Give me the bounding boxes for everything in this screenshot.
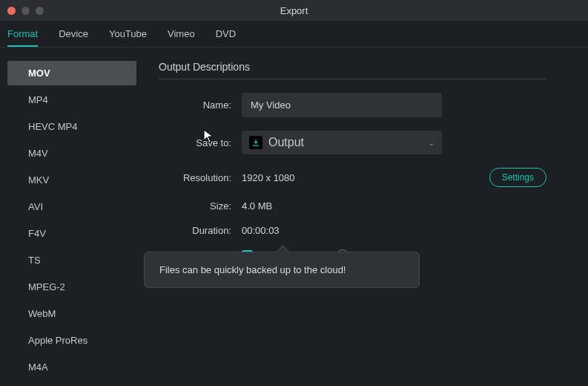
sidebar-item-mov[interactable]: MOV [7, 61, 136, 85]
format-sidebar: MOV MP4 HEVC MP4 M4V MKV AVI F4V TS MPEG… [0, 48, 144, 386]
export-tabs: Format Device YouTube Vimeo DVD [0, 21, 588, 48]
sidebar-item-mpeg2[interactable]: MPEG-2 [7, 275, 136, 299]
tab-device[interactable]: Device [59, 28, 88, 47]
tab-youtube[interactable]: YouTube [109, 28, 147, 47]
sidebar-item-webm[interactable]: WebM [7, 301, 136, 326]
label-duration: Duration: [159, 225, 242, 236]
duration-value: 00:00:03 [242, 225, 280, 236]
download-folder-icon [249, 136, 262, 149]
tab-dvd[interactable]: DVD [216, 28, 236, 47]
sidebar-item-mkv[interactable]: MKV [7, 168, 136, 192]
close-icon[interactable] [7, 7, 16, 15]
label-resolution: Resolution: [159, 172, 242, 183]
sidebar-item-prores[interactable]: Apple ProRes [7, 328, 136, 353]
minimize-icon[interactable] [22, 7, 30, 15]
label-size: Size: [159, 200, 242, 212]
sidebar-item-hevc[interactable]: HEVC MP4 [7, 114, 136, 139]
size-value: 4.0 MB [242, 200, 272, 212]
name-input[interactable] [242, 93, 442, 117]
saveto-select[interactable]: Output ⌄ [242, 131, 442, 154]
titlebar: Export [0, 0, 588, 21]
label-name: Name: [159, 99, 242, 111]
sidebar-item-m4v[interactable]: M4V [7, 141, 136, 166]
section-title: Output Descriptions [159, 61, 546, 79]
sidebar-item-mp3[interactable]: MP3 [7, 382, 136, 386]
sidebar-item-m4a[interactable]: M4A [7, 355, 136, 379]
window-controls [0, 7, 44, 15]
tooltip-container: Files can be quickly backed up to the cl… [144, 252, 420, 288]
label-saveto: Save to: [159, 137, 242, 148]
sidebar-item-mp4[interactable]: MP4 [7, 88, 136, 112]
maximize-icon[interactable] [36, 7, 44, 15]
sidebar-item-f4v[interactable]: F4V [7, 221, 136, 246]
main-panel: Output Descriptions Name: Save to: Outpu… [144, 48, 588, 386]
settings-button[interactable]: Settings [489, 168, 546, 187]
sidebar-item-ts[interactable]: TS [7, 248, 136, 272]
resolution-value: 1920 x 1080 [242, 172, 295, 183]
sidebar-item-avi[interactable]: AVI [7, 194, 136, 219]
chevron-down-icon: ⌄ [428, 138, 435, 148]
saveto-value: Output [268, 136, 304, 149]
cloud-tooltip: Files can be quickly backed up to the cl… [144, 252, 420, 288]
tab-format[interactable]: Format [7, 28, 38, 47]
tab-vimeo[interactable]: Vimeo [168, 28, 195, 47]
window-title: Export [280, 5, 308, 16]
